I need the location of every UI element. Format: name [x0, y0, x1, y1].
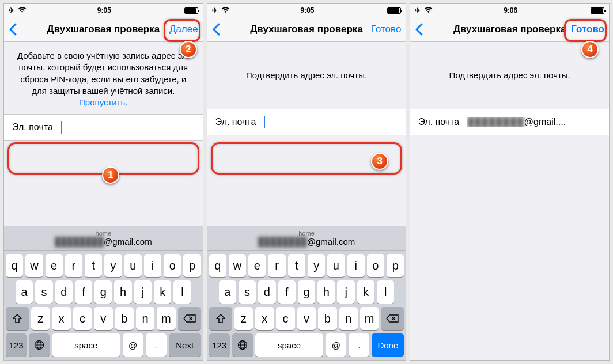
key-i[interactable]: i [347, 254, 365, 277]
key-o[interactable]: o [164, 254, 181, 277]
key-u[interactable]: u [327, 254, 345, 277]
key-v[interactable]: v [297, 307, 316, 330]
key-c[interactable]: c [276, 307, 294, 330]
key-r[interactable]: r [268, 254, 285, 277]
key-j[interactable]: j [134, 280, 152, 304]
content-area: Подтвердить адрес эл. почты. Эл. почта [207, 42, 406, 226]
key-f[interactable]: f [278, 280, 296, 304]
screen-1: ✈ 9:05 Двухшаговая проверка Далее Добавь… [3, 3, 203, 361]
nav-next-button[interactable]: Далее [169, 24, 198, 35]
key-space[interactable]: space [52, 333, 120, 357]
key-e[interactable]: e [46, 254, 63, 277]
email-field-row[interactable]: Эл. почта [4, 114, 203, 141]
nav-done-button[interactable]: Готово [371, 24, 402, 35]
key-n[interactable]: n [136, 307, 154, 330]
key-at[interactable]: @ [326, 333, 346, 357]
keyboard: home ████████@gmail.com q w e r t y u i … [207, 226, 406, 360]
email-field-row[interactable]: Эл. почта [207, 109, 406, 135]
key-n[interactable]: n [339, 307, 358, 330]
key-shift[interactable] [6, 307, 29, 330]
back-button[interactable] [410, 23, 427, 36]
key-s[interactable]: s [239, 280, 256, 304]
key-f[interactable]: f [75, 280, 92, 304]
key-u[interactable]: u [124, 254, 142, 277]
status-bar: ✈ 9:06 [410, 4, 609, 17]
key-t[interactable]: t [288, 254, 305, 277]
kbd-row-2: a s d f g h j k l [207, 277, 406, 304]
key-123[interactable]: 123 [209, 333, 230, 357]
keyboard-suggestion-bar[interactable]: home ████████@gmail.com [207, 226, 406, 251]
key-z[interactable]: z [234, 307, 253, 330]
key-s[interactable]: s [35, 280, 52, 304]
key-d[interactable]: d [55, 280, 73, 304]
key-o[interactable]: o [367, 254, 384, 277]
key-k[interactable]: k [154, 280, 171, 304]
description-text: Подтвердить адрес эл. почты. [410, 42, 609, 109]
key-g[interactable]: g [298, 280, 315, 304]
key-z[interactable]: z [31, 307, 50, 330]
key-shift[interactable] [209, 307, 232, 330]
key-t[interactable]: t [85, 254, 102, 277]
key-b[interactable]: b [115, 307, 134, 330]
key-k[interactable]: k [357, 280, 374, 304]
nav-done-button[interactable]: Готово [571, 24, 604, 35]
status-time: 9:05 [300, 6, 314, 14]
key-d[interactable]: d [258, 280, 275, 304]
key-backspace[interactable] [381, 307, 404, 330]
key-h[interactable]: h [114, 280, 131, 304]
key-c[interactable]: c [73, 307, 92, 330]
key-globe[interactable] [29, 333, 50, 357]
key-v[interactable]: v [94, 307, 112, 330]
key-e[interactable]: e [248, 254, 266, 277]
key-at[interactable]: @ [123, 333, 143, 357]
key-q[interactable]: q [209, 254, 226, 277]
key-q[interactable]: q [6, 254, 23, 277]
key-next[interactable]: Next [169, 333, 201, 357]
key-w[interactable]: w [25, 254, 43, 277]
key-x[interactable]: x [255, 307, 274, 330]
key-y[interactable]: y [104, 254, 122, 277]
back-button[interactable] [207, 23, 225, 36]
key-dot[interactable]: . [349, 333, 369, 357]
key-i[interactable]: i [144, 254, 161, 277]
description-text: Подтвердить адрес эл. почты. [207, 42, 406, 109]
key-x[interactable]: x [52, 307, 70, 330]
key-p[interactable]: p [183, 254, 200, 277]
back-button[interactable] [4, 23, 21, 36]
key-space[interactable]: space [255, 333, 324, 357]
key-w[interactable]: w [229, 254, 246, 277]
keyboard-suggestion-bar[interactable]: home ████████@gmail.com [4, 226, 203, 251]
email-label: Эл. почта [215, 117, 256, 127]
key-m[interactable]: m [157, 307, 175, 330]
email-field-row[interactable]: Эл. почта ████████@gmail.... [410, 109, 609, 135]
key-123[interactable]: 123 [6, 333, 27, 357]
key-p[interactable]: p [387, 254, 404, 277]
key-globe[interactable] [232, 333, 253, 357]
kbd-row-3: z x c v b n m [4, 304, 203, 330]
key-m[interactable]: m [360, 307, 379, 330]
key-backspace[interactable] [178, 307, 201, 330]
content-area: Подтвердить адрес эл. почты. Эл. почта █… [410, 42, 609, 360]
airplane-icon: ✈ [9, 6, 14, 14]
key-h[interactable]: h [317, 280, 335, 304]
key-r[interactable]: r [65, 254, 82, 277]
battery-icon [184, 7, 198, 14]
key-dot[interactable]: . [146, 333, 167, 357]
key-l[interactable]: l [173, 280, 191, 304]
wifi-icon [18, 6, 27, 15]
wifi-icon [424, 6, 433, 15]
key-y[interactable]: y [308, 254, 325, 277]
key-b[interactable]: b [318, 307, 336, 330]
key-a[interactable]: a [219, 280, 236, 304]
kbd-row-2: a s d f g h j k l [4, 277, 203, 304]
key-j[interactable]: j [337, 280, 354, 304]
skip-link[interactable]: Пропустить. [79, 97, 128, 107]
key-l[interactable]: l [377, 280, 394, 304]
key-a[interactable]: a [16, 280, 33, 304]
suggestion-label: home [55, 230, 152, 237]
key-g[interactable]: g [94, 280, 112, 304]
text-cursor [264, 116, 265, 128]
key-done[interactable]: Done [372, 333, 404, 357]
wifi-icon [221, 6, 230, 15]
description-text: Добавьте в свою учётную запись адрес эл.… [4, 42, 203, 114]
